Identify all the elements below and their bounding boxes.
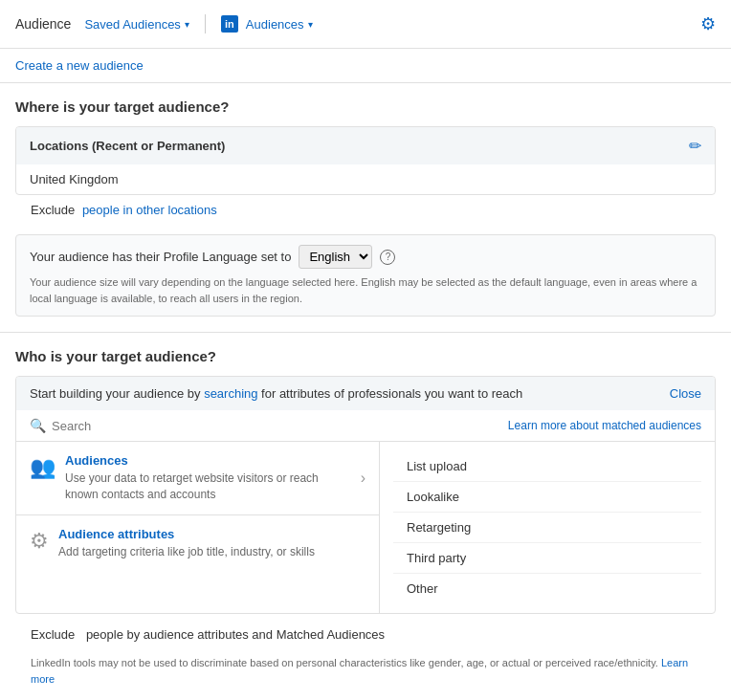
attributes-desc: Add targeting criteria like job title, i…	[58, 544, 366, 560]
audiences-desc: Use your data to retarget website visito…	[65, 470, 351, 503]
disclaimer-text: LinkedIn tools may not be used to discri…	[31, 657, 658, 668]
building-box: Start building your audience by searchin…	[15, 376, 716, 614]
building-header: Start building your audience by searchin…	[16, 377, 715, 410]
help-circle-icon[interactable]: ?	[380, 250, 395, 265]
sub-item-other[interactable]: Other	[393, 574, 701, 603]
audiences-item[interactable]: 👥 Audiences Use your data to retarget we…	[16, 442, 379, 515]
audiences-arrow-icon: ›	[361, 470, 366, 487]
who-section-title: Who is your target audience?	[15, 348, 716, 364]
exclude-text-2: people by audience attributes and Matche…	[86, 627, 385, 642]
language-box: Your audience has their Profile Language…	[15, 234, 716, 317]
edit-icon[interactable]: ✏	[689, 137, 701, 155]
audience-right: List upload Lookalike Retargeting Third …	[380, 442, 715, 613]
audiences-title: Audiences	[65, 453, 351, 468]
search-input[interactable]	[52, 419, 243, 433]
learn-more-link[interactable]: Learn more about matched audiences	[508, 419, 701, 432]
sub-item-lookalike[interactable]: Lookalike	[393, 482, 701, 513]
top-nav: Audience Saved Audiences ▾ in Audiences …	[0, 0, 731, 49]
audiences-content: Audiences Use your data to retarget webs…	[65, 453, 351, 503]
who-section: Who is your target audience? Start build…	[0, 333, 731, 700]
saved-audiences-caret: ▾	[185, 19, 189, 30]
search-input-wrap: 🔍	[30, 418, 243, 433]
close-btn[interactable]: Close	[670, 386, 701, 401]
exclude-label-2: Exclude	[31, 627, 75, 642]
sub-item-list-upload[interactable]: List upload	[393, 451, 701, 482]
exclude-row: Exclude people in other locations	[15, 195, 716, 225]
location-header: Locations (Recent or Permanent) ✏	[16, 127, 715, 164]
exclude-label: Exclude	[31, 203, 75, 217]
nav-separator	[205, 14, 206, 33]
li-audiences-label: Audiences	[246, 17, 304, 32]
language-select[interactable]: English	[299, 245, 372, 269]
audience-attributes-item[interactable]: ⚙ Audience attributes Add targeting crit…	[16, 515, 379, 572]
create-audience-link[interactable]: Create a new audience	[0, 49, 731, 82]
attributes-title: Audience attributes	[58, 527, 366, 541]
attributes-content: Audience attributes Add targeting criter…	[58, 527, 366, 560]
saved-audiences-label: Saved Audiences	[84, 17, 180, 32]
location-value: United Kingdom	[16, 164, 715, 194]
location-section: Where is your target audience? Locations…	[0, 83, 731, 332]
search-row: 🔍 Learn more about matched audiences	[16, 410, 715, 442]
attributes-icon: ⚙	[30, 529, 49, 554]
settings-icon[interactable]: ⚙	[700, 13, 716, 34]
search-icon: 🔍	[30, 418, 46, 433]
building-text: Start building your audience by searchin…	[30, 386, 522, 401]
exclude-link[interactable]: people in other locations	[82, 203, 217, 217]
saved-audiences-btn[interactable]: Saved Audiences ▾	[78, 13, 194, 35]
audience-split: 👥 Audiences Use your data to retarget we…	[16, 442, 715, 613]
sub-item-third-party[interactable]: Third party	[393, 543, 701, 574]
audience-label: Audience	[15, 16, 71, 32]
linkedin-icon: in	[221, 15, 238, 33]
location-box: Locations (Recent or Permanent) ✏ United…	[15, 126, 716, 195]
audiences-icon: 👥	[30, 455, 55, 480]
disclaimer: LinkedIn tools may not be used to discri…	[15, 649, 716, 692]
location-header-text: Locations (Recent or Permanent)	[30, 139, 225, 153]
language-prefix: Your audience has their Profile Language…	[30, 250, 291, 264]
language-note: Your audience size will vary depending o…	[30, 274, 701, 306]
language-row: Your audience has their Profile Language…	[30, 245, 701, 269]
searching-text: searching	[204, 386, 257, 401]
audience-left: 👥 Audiences Use your data to retarget we…	[16, 442, 380, 613]
sub-item-retargeting[interactable]: Retargeting	[393, 513, 701, 543]
li-audiences-btn[interactable]: in Audiences ▾	[215, 11, 319, 36]
li-audiences-caret: ▾	[308, 19, 313, 30]
location-section-title: Where is your target audience?	[15, 98, 716, 115]
enable-row: Enable Audience Expansion ?	[15, 692, 716, 700]
exclude-row-2: Exclude people by audience attributes an…	[15, 620, 716, 649]
